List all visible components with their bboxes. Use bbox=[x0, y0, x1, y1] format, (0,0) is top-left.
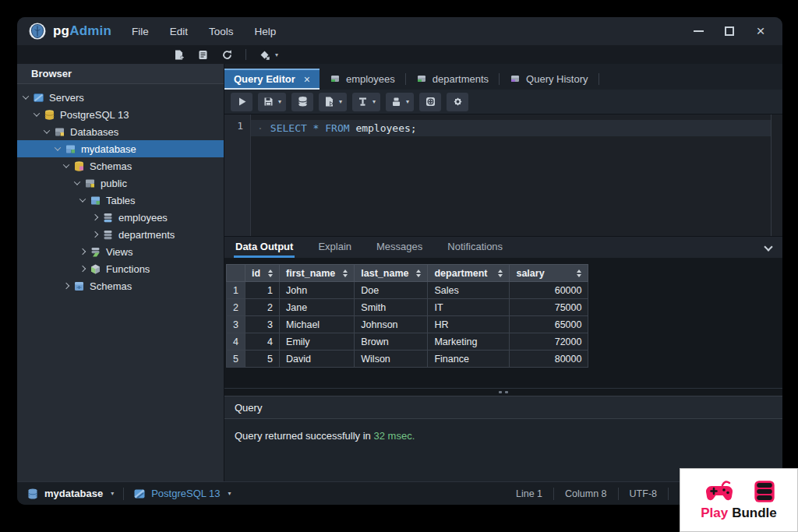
new-file-icon[interactable] bbox=[173, 49, 185, 61]
tree-item-mydatabase[interactable]: mydatabase bbox=[17, 140, 224, 157]
chevron-right-icon[interactable] bbox=[63, 283, 69, 289]
column-header-last-name[interactable]: last_name bbox=[355, 265, 428, 282]
tab-notifications[interactable]: Notifications bbox=[446, 237, 504, 258]
tab-employees[interactable]: employees bbox=[320, 69, 406, 90]
cell-id[interactable]: 5 bbox=[245, 351, 279, 368]
tab-messages[interactable]: Messages bbox=[375, 237, 424, 258]
row-number[interactable]: 4 bbox=[227, 333, 245, 351]
sort-icon[interactable] bbox=[416, 270, 421, 277]
sort-icon[interactable] bbox=[498, 270, 503, 277]
table-row[interactable]: 5 5 David Wilson Finance 80000 bbox=[227, 351, 588, 368]
cell-department[interactable]: IT bbox=[428, 299, 510, 316]
cell-id[interactable]: 4 bbox=[245, 333, 279, 351]
limit-button[interactable]: ▾ bbox=[386, 93, 414, 111]
tab-query-editor[interactable]: Query Editor × bbox=[224, 69, 320, 90]
column-header-salary[interactable]: salary bbox=[510, 265, 588, 282]
document-icon[interactable] bbox=[197, 49, 209, 61]
chevron-down-icon[interactable] bbox=[23, 93, 29, 99]
row-number[interactable]: 2 bbox=[227, 299, 245, 316]
chevron-down-icon[interactable] bbox=[79, 196, 86, 202]
chevron-down-icon[interactable] bbox=[63, 161, 69, 167]
minimize-button[interactable] bbox=[692, 25, 704, 37]
sql-editor[interactable]: 1 · SELECT * FROM employees; bbox=[224, 115, 782, 236]
cell-last-name[interactable]: Johnson bbox=[355, 316, 428, 333]
chevron-right-icon[interactable] bbox=[79, 266, 86, 272]
cell-salary[interactable]: 80000 bbox=[510, 351, 588, 368]
tree-item-servers[interactable]: Servers bbox=[17, 89, 224, 106]
table-row[interactable]: 4 4 Emily Brown Marketing 72000 bbox=[227, 333, 588, 351]
tree-item-schemas[interactable]: Schemas bbox=[17, 157, 224, 174]
chevron-right-icon[interactable] bbox=[79, 248, 86, 255]
tree-item-views[interactable]: Views bbox=[17, 243, 224, 260]
caret-down-icon[interactable]: ▾ bbox=[275, 51, 278, 58]
cell-department[interactable]: Finance bbox=[428, 351, 510, 368]
tab-departments[interactable]: departments bbox=[406, 69, 500, 90]
tree-item-tables[interactable]: Tables bbox=[17, 192, 224, 209]
chevron-right-icon[interactable] bbox=[92, 214, 98, 220]
chevron-down-icon[interactable] bbox=[34, 110, 40, 116]
panel-resize-handle[interactable] bbox=[224, 388, 782, 396]
cell-first-name[interactable]: Jane bbox=[280, 299, 355, 316]
close-tab-icon[interactable]: × bbox=[304, 73, 310, 86]
menu-edit[interactable]: Edit bbox=[170, 26, 188, 37]
cell-salary[interactable]: 65000 bbox=[510, 316, 588, 333]
tab-explain[interactable]: Explain bbox=[316, 237, 353, 258]
collapse-panel-chevron-icon[interactable] bbox=[764, 242, 772, 251]
table-row[interactable]: 3 3 Michael Johnson HR 65000 bbox=[227, 316, 588, 333]
tree-item-departments[interactable]: departments bbox=[17, 226, 224, 243]
row-number[interactable]: 3 bbox=[227, 316, 245, 333]
chevron-right-icon[interactable] bbox=[92, 231, 98, 238]
sort-icon[interactable] bbox=[343, 270, 348, 277]
tab-query-history[interactable]: Query History bbox=[500, 69, 598, 90]
menu-tools[interactable]: Tools bbox=[209, 26, 234, 37]
column-header-department[interactable]: department bbox=[428, 265, 510, 282]
cell-last-name[interactable]: Smith bbox=[355, 299, 428, 316]
cell-last-name[interactable]: Brown bbox=[355, 333, 428, 351]
macros-icon[interactable] bbox=[259, 49, 270, 61]
cell-salary[interactable]: 72000 bbox=[510, 333, 588, 351]
row-number[interactable]: 5 bbox=[227, 351, 245, 368]
cell-first-name[interactable]: Emily bbox=[280, 333, 355, 351]
table-row[interactable]: 1 1 John Doe Sales 60000 bbox=[227, 282, 588, 299]
sort-icon[interactable] bbox=[268, 270, 273, 277]
editor-scrollbar[interactable] bbox=[771, 115, 782, 236]
execute-query-button[interactable] bbox=[231, 93, 252, 111]
export-button[interactable]: ▾ bbox=[319, 93, 347, 111]
sql-line-1[interactable]: · SELECT * FROM employees; bbox=[251, 120, 771, 136]
tree-item-public[interactable]: public bbox=[17, 174, 224, 192]
column-header-first-name[interactable]: first_name bbox=[280, 265, 355, 282]
chevron-down-icon[interactable] bbox=[74, 178, 80, 185]
cell-last-name[interactable]: Wilson bbox=[355, 351, 428, 368]
chevron-down-icon[interactable] bbox=[44, 127, 50, 133]
refresh-icon[interactable] bbox=[221, 49, 233, 61]
cell-department[interactable]: HR bbox=[428, 316, 510, 333]
tree-item-databases[interactable]: Databases bbox=[17, 123, 224, 140]
row-number[interactable]: 1 bbox=[227, 282, 245, 299]
tree-item-functions[interactable]: Functions bbox=[17, 260, 224, 277]
settings-button[interactable] bbox=[447, 93, 468, 111]
menu-file[interactable]: File bbox=[132, 26, 149, 37]
tree-item-schemas-bottom[interactable]: Schemas bbox=[17, 277, 224, 294]
maximize-button[interactable] bbox=[723, 25, 736, 37]
table-row[interactable]: 2 2 Jane Smith IT 75000 bbox=[227, 299, 588, 316]
menu-help[interactable]: Help bbox=[255, 26, 277, 37]
sort-icon[interactable] bbox=[577, 270, 581, 277]
database-selector[interactable]: mydatabase ▾ bbox=[26, 488, 114, 500]
tab-data-output[interactable]: Data Output bbox=[234, 237, 295, 258]
database-button[interactable] bbox=[291, 93, 313, 111]
server-selector[interactable]: PostgreSQL 13 ▾ bbox=[133, 488, 231, 500]
cell-last-name[interactable]: Doe bbox=[355, 282, 428, 299]
chevron-down-icon[interactable] bbox=[55, 144, 61, 150]
code-area[interactable]: · SELECT * FROM employees; bbox=[251, 115, 771, 236]
cell-salary[interactable]: 75000 bbox=[510, 299, 588, 316]
cell-first-name[interactable]: Michael bbox=[280, 316, 355, 333]
filter-button[interactable]: ▾ bbox=[352, 93, 380, 111]
cell-first-name[interactable]: David bbox=[280, 351, 355, 368]
cell-first-name[interactable]: John bbox=[280, 282, 355, 299]
close-button[interactable]: × bbox=[754, 25, 767, 37]
cell-id[interactable]: 2 bbox=[245, 299, 279, 316]
save-button[interactable]: ▾ bbox=[258, 93, 286, 111]
cell-id[interactable]: 3 bbox=[245, 316, 279, 333]
cell-id[interactable]: 1 bbox=[245, 282, 279, 299]
cell-department[interactable]: Sales bbox=[428, 282, 510, 299]
